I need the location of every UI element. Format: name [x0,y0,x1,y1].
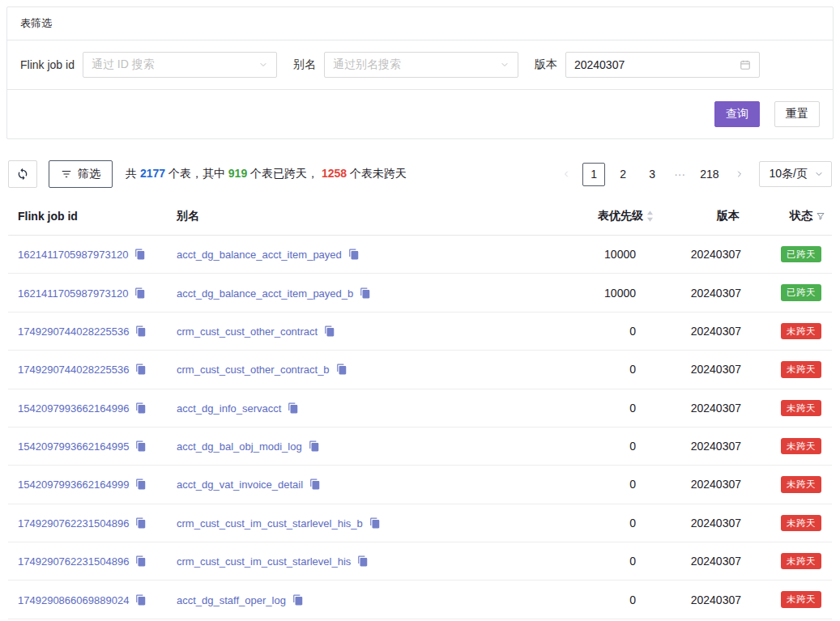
priority-value: 0 [531,466,660,504]
status-badge: 未跨天 [781,438,821,454]
flink-job-id-link[interactable]: 1621411705987973120 [18,249,128,261]
copy-icon[interactable] [135,517,147,529]
refresh-icon [16,168,29,181]
alias-link[interactable]: crm_cust_cust_im_cust_starlevel_his [177,555,351,568]
copy-icon[interactable] [288,402,299,414]
alias-label: 别名 [293,57,316,72]
reset-button[interactable]: 重置 [774,101,820,127]
table-row: 1749290744028225536crm_cust_cust_other_c… [8,351,832,389]
status-badge: 未跨天 [781,591,821,607]
version-date-input[interactable]: 20240307 [565,52,760,78]
alias-link[interactable]: acct_dg_staff_oper_log [177,594,286,606]
alias-link[interactable]: crm_cust_cust_im_cust_starlevel_his_b [177,517,363,530]
alias-link[interactable]: acct_dg_bal_obj_modi_log [177,440,302,453]
column-header-priority[interactable]: 表优先级 [531,198,660,236]
query-button[interactable]: 查询 [714,101,760,127]
page: 表筛选 Flink job id 通过 ID 搜索 别名 通过别名搜索 [0,0,840,621]
table-row: 1749290762231504896crm_cust_cust_im_cust… [8,504,832,542]
copy-icon[interactable] [135,594,147,606]
page-button-1[interactable]: 1 [582,163,605,186]
status-badge: 未跨天 [781,515,821,531]
alias-link[interactable]: acct_dg_vat_invoice_detail [177,479,303,491]
flink-job-id-link[interactable]: 1749290762231504896 [18,517,129,530]
filter-funnel-icon[interactable] [816,211,825,221]
priority-value: 0 [531,581,660,619]
copy-icon[interactable] [324,325,335,337]
table-row: 1542097993662164995acct_dg_bal_obj_modi_… [8,427,832,465]
copy-icon[interactable] [369,517,381,529]
status-badge: 未跨天 [781,361,821,377]
filter-card: 表筛选 Flink job id 通过 ID 搜索 别名 通过别名搜索 [6,6,834,139]
filter-toggle-button[interactable]: 筛选 [49,160,113,188]
next-page-button[interactable] [730,163,749,185]
flink-job-id-link[interactable]: 1542097993662164999 [18,479,129,491]
copy-icon[interactable] [135,402,147,414]
status-badge: 未跨天 [781,553,821,569]
table-row: 1621411705987973120acct_dg_balance_acct_… [8,236,832,274]
page-ellipsis[interactable]: ··· [670,168,689,181]
column-header-alias: 别名 [170,198,531,236]
alias-link[interactable]: acct_dg_balance_acct_item_payed [177,249,342,261]
prev-page-button[interactable] [556,163,576,185]
crossed-count: 919 [228,167,247,180]
alias-link[interactable]: acct_dg_balance_acct_item_payed_b [177,287,353,300]
status-badge: 未跨天 [781,400,821,416]
version-value: 20240307 [660,542,751,581]
priority-value: 0 [531,351,660,389]
filter-card-title: 表筛选 [7,7,833,40]
page-button-218[interactable]: 218 [696,163,723,186]
refresh-button[interactable] [8,160,37,188]
priority-value: 0 [531,389,660,427]
copy-icon[interactable] [357,555,369,567]
column-header-flink-job-id: Flink job id [8,198,170,236]
flink-job-id-link[interactable]: 1749290744028225536 [18,325,129,338]
copy-icon[interactable] [134,287,146,299]
table-row: 1749290762231504896crm_cust_cust_im_cust… [8,542,832,581]
alias-link[interactable]: acct_dg_info_servacct [177,402,281,415]
priority-value: 0 [531,504,660,542]
copy-icon[interactable] [348,249,360,260]
status-badge: 已跨天 [781,246,821,262]
alias-select[interactable]: 通过别名搜索 [324,52,518,78]
copy-icon[interactable] [135,479,147,490]
copy-icon[interactable] [135,325,147,337]
version-value: 20240307 [660,427,751,465]
flink-job-id-select[interactable]: 通过 ID 搜索 [83,52,277,78]
version-value: 20240307 [660,351,751,389]
copy-icon[interactable] [336,364,348,375]
alias-link[interactable]: crm_cust_cust_other_contract [177,325,318,338]
copy-icon[interactable] [135,440,147,452]
page-size-value: 10条/页 [770,167,808,181]
flink-job-id-link[interactable]: 1542097993662164996 [18,402,129,415]
version-value: 20240307 [660,274,751,312]
copy-icon[interactable] [135,364,147,375]
filter-list-icon [61,168,72,180]
column-header-status[interactable]: 状态 [751,198,832,236]
page-size-select[interactable]: 10条/页 [759,161,832,187]
calendar-icon [740,59,751,70]
copy-icon[interactable] [134,249,146,260]
table-container: Flink job id 别名 表优先级 版本 状态 [8,198,832,619]
chevron-down-icon [258,60,268,70]
copy-icon[interactable] [135,555,147,567]
copy-icon[interactable] [360,287,371,299]
flink-job-id-link[interactable]: 1621411705987973120 [18,287,128,300]
table-row: 1749290744028225536crm_cust_cust_other_c… [8,312,832,350]
flink-job-id-field: Flink job id 通过 ID 搜索 [20,52,277,78]
page-button-2[interactable]: 2 [612,163,634,186]
version-value: 20240307 [660,581,751,619]
flink-job-id-link[interactable]: 1749290762231504896 [18,555,129,568]
flink-job-id-link[interactable]: 1749290866069889024 [18,594,129,606]
flink-job-id-link[interactable]: 1542097993662164995 [18,440,129,453]
flink-job-id-link[interactable]: 1749290744028225536 [18,364,129,376]
status-badge: 未跨天 [781,476,821,492]
tables-table: Flink job id 别名 表优先级 版本 状态 [8,198,832,619]
copy-icon[interactable] [309,440,320,452]
page-button-3[interactable]: 3 [641,163,663,186]
copy-icon[interactable] [292,594,304,606]
status-badge: 未跨天 [781,323,821,339]
copy-icon[interactable] [309,479,321,490]
sort-icon[interactable] [646,211,654,222]
total-count: 2177 [140,167,165,180]
alias-link[interactable]: crm_cust_cust_other_contract_b [177,364,330,376]
